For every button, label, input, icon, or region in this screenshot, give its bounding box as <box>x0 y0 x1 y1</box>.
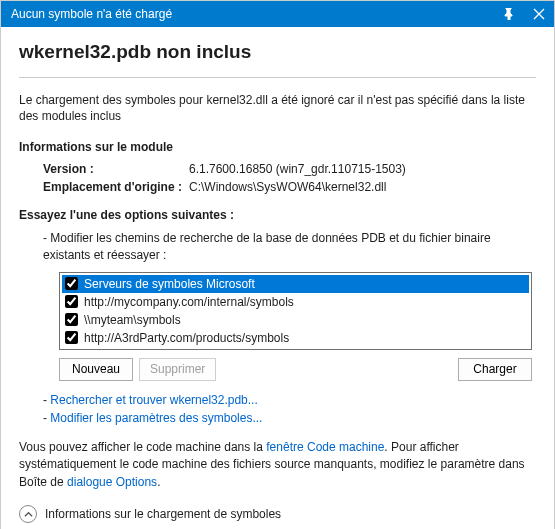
modify-symbols-link[interactable]: Modifier les paramètres des symboles... <box>50 411 262 425</box>
footer-text: Vous pouvez afficher le code machine dan… <box>19 439 536 491</box>
symbol-dialog: Aucun symbole n'a été chargé wkernel32.p… <box>0 0 555 529</box>
modify-paths-text: - Modifier les chemins de recherche de l… <box>43 230 536 264</box>
load-button[interactable]: Charger <box>458 358 532 381</box>
origin-label: Emplacement d'origine : <box>43 180 189 194</box>
delete-button[interactable]: Supprimer <box>139 358 216 381</box>
list-item[interactable]: Serveurs de symboles Microsoft <box>62 275 529 293</box>
options-title: Essayez l'une des options suivantes : <box>19 208 536 222</box>
version-value: 6.1.7600.16850 (win7_gdr.110715-1503) <box>189 162 536 176</box>
description-text: Le chargement des symboles pour kernel32… <box>19 92 536 124</box>
page-title: wkernel32.pdb non inclus <box>19 41 536 63</box>
list-item-checkbox[interactable] <box>65 313 78 326</box>
options-dialog-link[interactable]: dialogue Options <box>67 475 157 489</box>
chevron-up-icon[interactable] <box>19 505 37 523</box>
symbol-paths-listbox[interactable]: Serveurs de symboles Microsofthttp://myc… <box>59 272 532 350</box>
list-item[interactable]: http://mycompany.com/internal/symbols <box>62 293 529 311</box>
list-item-label: Serveurs de symboles Microsoft <box>84 277 255 291</box>
new-button[interactable]: Nouveau <box>59 358 133 381</box>
close-icon[interactable] <box>524 1 554 27</box>
code-machine-link[interactable]: fenêtre Code machine <box>266 440 384 454</box>
links-block: - Rechercher et trouver wkernel32.pdb...… <box>43 393 536 425</box>
pin-icon[interactable] <box>494 1 524 27</box>
list-item-label: http://A3rdParty.com/products/symbols <box>84 331 289 345</box>
list-item-checkbox[interactable] <box>65 295 78 308</box>
origin-value: C:\Windows\SysWOW64\kernel32.dll <box>189 180 536 194</box>
divider <box>19 77 536 78</box>
list-item-checkbox[interactable] <box>65 277 78 290</box>
load-info-expander: Informations sur le chargement de symbol… <box>19 505 536 523</box>
titlebar-text: Aucun symbole n'a été chargé <box>11 7 172 21</box>
load-info-title: Informations sur le chargement de symbol… <box>45 507 281 521</box>
list-item[interactable]: http://A3rdParty.com/products/symbols <box>62 329 529 347</box>
find-pdb-link[interactable]: Rechercher et trouver wkernel32.pdb... <box>50 393 257 407</box>
button-row: Nouveau Supprimer Charger <box>59 358 532 381</box>
list-item-label: http://mycompany.com/internal/symbols <box>84 295 294 309</box>
titlebar: Aucun symbole n'a été chargé <box>1 1 554 27</box>
list-item[interactable]: \\myteam\symbols <box>62 311 529 329</box>
list-item-label: \\myteam\symbols <box>84 313 181 327</box>
version-label: Version : <box>43 162 189 176</box>
module-info-title: Informations sur le module <box>19 140 536 154</box>
module-info: Version : 6.1.7600.16850 (win7_gdr.11071… <box>43 162 536 194</box>
content-area: wkernel32.pdb non inclus Le chargement d… <box>1 27 554 529</box>
list-item-checkbox[interactable] <box>65 331 78 344</box>
